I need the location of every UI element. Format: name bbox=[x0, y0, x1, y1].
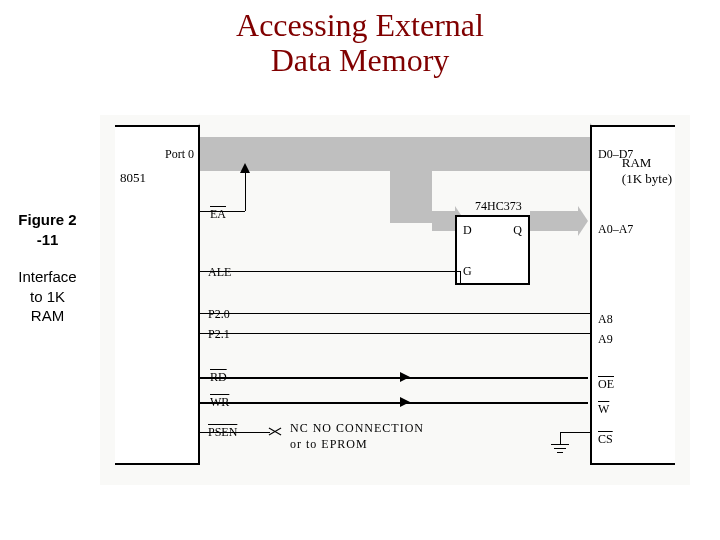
pin-a9: A9 bbox=[598, 332, 613, 347]
note-line1: NC NO CONNECTION bbox=[290, 421, 424, 436]
page-canvas: Accessing External Data Memory Figure 2 … bbox=[0, 0, 720, 540]
pin-g: G bbox=[463, 264, 472, 279]
pin-cs: CS bbox=[598, 432, 613, 447]
pin-oe: OE bbox=[598, 377, 614, 392]
bus-into-latch bbox=[432, 211, 455, 231]
pin-ea: EA bbox=[210, 207, 226, 222]
pin-p20: P2.0 bbox=[208, 307, 230, 322]
pin-p21: P2.1 bbox=[208, 327, 230, 342]
wire-rd bbox=[200, 377, 588, 379]
block-latch: D Q G bbox=[455, 215, 530, 285]
pin-q: Q bbox=[513, 223, 522, 238]
wire-p20 bbox=[200, 313, 590, 314]
figure-sidebar: Figure 2 -11 Interface to 1K RAM bbox=[0, 210, 95, 326]
wire-ea-h bbox=[200, 211, 245, 212]
pin-w: W bbox=[598, 402, 609, 417]
figure-number: Figure 2 -11 bbox=[0, 210, 95, 249]
pin-a0a7: A0–A7 bbox=[598, 222, 633, 237]
data-bus-arrow bbox=[200, 137, 590, 171]
data-bus-drop bbox=[390, 171, 432, 223]
note-line2: or to EPROM bbox=[290, 437, 368, 452]
wire-wr bbox=[200, 402, 588, 404]
pin-a8: A8 bbox=[598, 312, 613, 327]
label-ram: RAM (1K byte) bbox=[622, 155, 672, 187]
wire-ea bbox=[245, 171, 246, 211]
figure-caption: Interface to 1K RAM bbox=[0, 267, 95, 326]
label-8051: 8051 bbox=[120, 170, 146, 186]
pin-port0: Port 0 bbox=[165, 147, 194, 162]
arrow-ea bbox=[240, 163, 250, 173]
bus-out-latch bbox=[530, 211, 578, 231]
wire-p21 bbox=[200, 333, 590, 334]
page-title: Accessing External Data Memory bbox=[0, 8, 720, 78]
label-latch: 74HC373 bbox=[475, 199, 522, 214]
wire-cs bbox=[560, 432, 590, 433]
wire-psen bbox=[200, 432, 270, 433]
wire-ale-v bbox=[460, 271, 461, 285]
no-connection-mark bbox=[268, 425, 282, 439]
arrow-rd bbox=[400, 372, 410, 382]
diagram-area: Port 0 8051 D0–D7 A0–A7 A8 A9 OE W CS RA… bbox=[100, 115, 690, 485]
pin-d: D bbox=[463, 223, 472, 238]
arrow-wr bbox=[400, 397, 410, 407]
pin-ale: ALE bbox=[208, 265, 231, 280]
wire-ale bbox=[200, 271, 460, 272]
